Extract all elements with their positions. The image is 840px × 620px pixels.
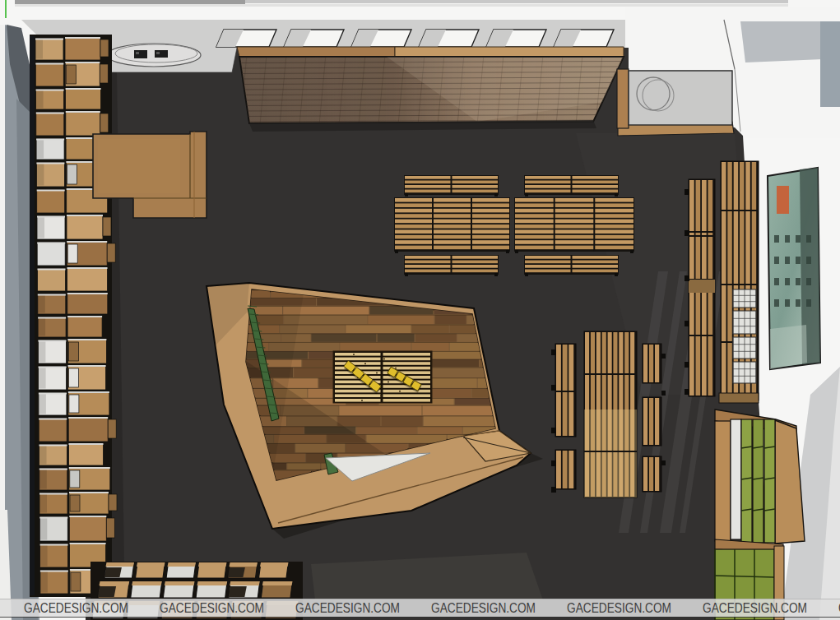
svg-text:GACEDESIGN.COM: GACEDESIGN.COM bbox=[567, 600, 671, 616]
svg-text:GACEDESIGN.COM: GACEDESIGN.COM bbox=[160, 600, 264, 616]
svg-text:GACEDESIGN.COM: GACEDESIGN.COM bbox=[703, 600, 807, 616]
svg-text:GACEDESIGN.COM: GACEDESIGN.COM bbox=[295, 600, 400, 616]
svg-text:GACEDESIGN.COM: GACEDESIGN.COM bbox=[431, 600, 536, 616]
svg-text:GACEDESIGN.COM: GACEDESIGN.COM bbox=[24, 600, 128, 616]
